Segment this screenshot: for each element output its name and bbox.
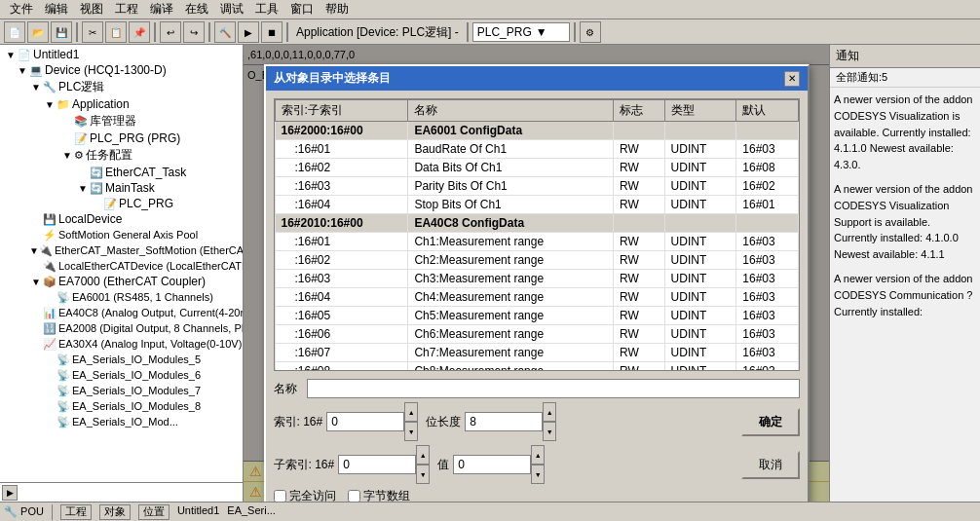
expand-icon[interactable]: ▼ (4, 48, 18, 61)
menu-file[interactable]: 文件 (4, 0, 39, 19)
complete-access-checkbox[interactable] (274, 490, 286, 502)
menu-help[interactable]: 帮助 (320, 0, 355, 19)
expand-icon[interactable]: ▼ (76, 181, 90, 195)
tree-item-localdevice[interactable]: 💾 LocalDevice (2, 211, 241, 227)
tree-item-lib[interactable]: 📚 库管理器 (2, 112, 241, 130)
toolbar-new[interactable]: 📄 (4, 21, 25, 43)
table-row[interactable]: :16#05 Ch5:Measurement range RWUDINT16#0… (275, 307, 798, 325)
value-down-btn[interactable]: ▼ (531, 465, 545, 484)
notification-body[interactable]: A newer version of the addon CODESYS Vis… (830, 88, 980, 502)
toolbar-paste[interactable]: 📌 (129, 21, 150, 43)
tree-container[interactable]: ▼ 📄 Untitled1 ▼ 💻 Device (HCQ1-1300-D) ▼… (0, 45, 243, 482)
table-row[interactable]: :16#01 BaudRate Of Ch1 RWUDINT16#03 (275, 140, 798, 159)
value-input[interactable] (453, 455, 531, 474)
tree-item-plc-logic[interactable]: ▼ 🔧 PLC逻辑 (2, 78, 241, 96)
menu-project[interactable]: 工程 (109, 0, 144, 19)
menu-window[interactable]: 窗口 (284, 0, 320, 19)
tree-item-ea30x4[interactable]: 📈 EA30X4 (Analog Input, Voltage(0-10V),.… (2, 336, 241, 352)
toolbar-save[interactable]: 💾 (51, 21, 72, 43)
table-row[interactable]: :16#07 Ch7:Measurement range RWUDINT16#0… (275, 344, 798, 362)
tree-item-serials6[interactable]: 📡 EA_Serials_IO_Modules_6 (2, 367, 241, 383)
expand-icon[interactable]: ▼ (60, 149, 74, 163)
tree-item-ea40c8[interactable]: 📊 EA40C8 (Analog Output, Current(4-20m..… (2, 305, 241, 320)
subindex-input[interactable] (338, 455, 416, 474)
table-group-row[interactable]: 16#2000:16#00 EA6001 ConfigData (275, 122, 798, 140)
ok-button[interactable]: 确定 (741, 408, 800, 436)
tree-item-ea7000[interactable]: ▼ 📦 EA7000 (EtherCAT Coupler) (2, 274, 241, 289)
menu-tools[interactable]: 工具 (249, 0, 284, 19)
modal-table: 索引:子索引 名称 标志 类型 默认 16#2000:16 (275, 99, 799, 371)
plc-dropdown[interactable]: PLC_PRG ▼ (472, 22, 570, 42)
table-row[interactable]: :16#03 Ch3:Measurement range RWUDINT16#0… (275, 270, 798, 288)
expand-icon (76, 166, 90, 179)
table-row[interactable]: :16#02 Data Bits Of Ch1 RWUDINT16#08 (275, 159, 798, 177)
table-row[interactable]: :16#04 Stop Bits Of Ch1 RWUDINT16#01 (275, 196, 798, 214)
bitlength-up-btn[interactable]: ▲ (543, 402, 556, 422)
modal-close-button[interactable]: ✕ (784, 71, 800, 87)
toolbar-cut[interactable]: ✂ (82, 21, 103, 43)
toolbar-undo[interactable]: ↩ (160, 21, 181, 43)
table-group-row[interactable]: 16#2010:16#00 EA40C8 ConfigData (275, 214, 798, 233)
toolbar-run[interactable]: ▶ (238, 21, 259, 43)
tree-item-device[interactable]: ▼ 💻 Device (HCQ1-1300-D) (2, 62, 241, 78)
toolbar-build[interactable]: 🔨 (214, 21, 236, 43)
toolbar-redo[interactable]: ↪ (183, 21, 205, 43)
index-input[interactable] (326, 412, 404, 431)
tree-item-ethercat[interactable]: ▼ 🔌 EtherCAT_Master_SoftMotion (EtherCAT… (2, 242, 241, 258)
tree-item-untitled1[interactable]: ▼ 📄 Untitled1 (2, 47, 241, 62)
expand-icon[interactable]: ▼ (16, 63, 29, 77)
modal-table-container[interactable]: 索引:子索引 名称 标志 类型 默认 16#2000:16 (274, 98, 800, 371)
value-up-btn[interactable]: ▲ (531, 445, 545, 465)
cancel-button[interactable]: 取消 (741, 451, 800, 479)
tree-item-local-ethercat[interactable]: 🔌 LocalEtherCATDevice (LocalEtherCATDevi… (2, 258, 241, 274)
tree-item-plcprg[interactable]: 📝 PLC_PRG (PRG) (2, 130, 241, 146)
menu-debug[interactable]: 调试 (214, 0, 249, 19)
tree-item-serials5[interactable]: 📡 EA_Serials_IO_Modules_5 (2, 352, 241, 367)
tree-item-serials-more[interactable]: 📡 EA_Serials_IO_Mod... (2, 414, 241, 429)
expand-icon[interactable]: ▼ (29, 81, 43, 94)
tree-item-maintask[interactable]: ▼ 🔄 MainTask (2, 180, 241, 196)
tree-item-ethercattask[interactable]: 🔄 EtherCAT_Task (2, 165, 241, 180)
device-icon: 💻 (29, 64, 43, 77)
table-row[interactable]: :16#02 Ch2:Measurement range RWUDINT16#0… (275, 251, 798, 270)
index-up-btn[interactable]: ▲ (404, 402, 418, 422)
bitlength-input[interactable] (465, 412, 543, 431)
menu-build[interactable]: 编译 (144, 0, 179, 19)
ea2008-icon: 🔢 (43, 322, 57, 335)
table-row[interactable]: :16#03 Parity Bits Of Ch1 RWUDINT16#02 (275, 177, 798, 196)
expand-icon[interactable]: ▼ (43, 97, 57, 111)
menu-view[interactable]: 视图 (74, 0, 109, 19)
complete-access-label[interactable]: 完全访问 (274, 488, 336, 502)
tree-item-taskconfig[interactable]: ▼ ⚙ 任务配置 (2, 146, 241, 165)
byte-array-label[interactable]: 字节数组 (348, 488, 410, 502)
byte-array-checkbox[interactable] (348, 490, 360, 502)
task-icon: ⚙ (74, 149, 84, 162)
toolbar-stop[interactable]: ⏹ (261, 21, 283, 43)
tree-item-application[interactable]: ▼ 📁 Application (2, 96, 241, 112)
name-input[interactable] (307, 379, 800, 398)
task-icon2: 🔄 (90, 167, 103, 179)
tree-item-serials7[interactable]: 📡 EA_Serials_IO_Modules_7 (2, 383, 241, 398)
expand-icon[interactable]: ▼ (29, 275, 43, 288)
tree-item-ea6001[interactable]: 📡 EA6001 (RS485, 1 Channels) (2, 289, 241, 305)
bitlength-down-btn[interactable]: ▼ (543, 422, 556, 441)
menu-online[interactable]: 在线 (179, 0, 214, 19)
toolbar-settings[interactable]: ⚙ (580, 21, 601, 43)
toolbar-open[interactable]: 📂 (27, 21, 49, 43)
index-down-btn[interactable]: ▼ (404, 422, 418, 441)
expand-icon[interactable]: ▼ (29, 243, 39, 257)
tree-item-serials8[interactable]: 📡 EA_Serials_IO_Modules_8 (2, 398, 241, 414)
status-col-position: 位置 (138, 504, 170, 520)
table-row[interactable]: :16#01 Ch1:Measurement range RWUDINT16#0… (275, 233, 798, 251)
tree-item-ea2008[interactable]: 🔢 EA2008 (Digital Output, 8 Channels, PN… (2, 320, 241, 336)
table-row[interactable]: :16#08 Ch8:Measurement range RWUDINT16#0… (275, 362, 798, 372)
tree-item-plcprg2[interactable]: 📝 PLC_PRG (2, 196, 241, 211)
subindex-up-btn[interactable]: ▲ (416, 445, 430, 465)
menu-edit[interactable]: 编辑 (39, 0, 74, 19)
table-row[interactable]: :16#04 Ch4:Measurement range RWUDINT16#0… (275, 288, 798, 307)
tree-expand-btn[interactable]: ▶ (2, 485, 18, 501)
toolbar-copy[interactable]: 📋 (105, 21, 127, 43)
table-row[interactable]: :16#06 Ch6:Measurement range RWUDINT16#0… (275, 325, 798, 344)
subindex-down-btn[interactable]: ▼ (416, 465, 430, 484)
tree-item-softmotion[interactable]: ⚡ SoftMotion General Axis Pool (2, 227, 241, 242)
